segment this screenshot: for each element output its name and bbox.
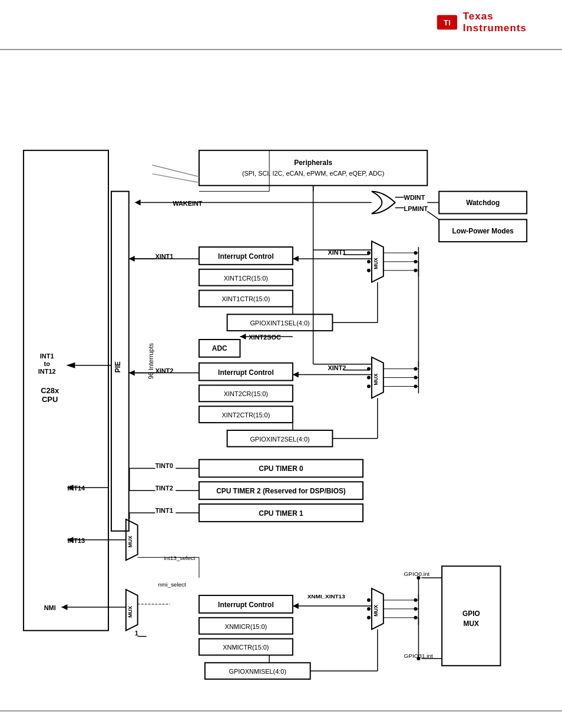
svg-point-22 [367,251,371,255]
svg-rect-4 [199,150,427,186]
xint1ctr-label: XINT1CTR(15:0) [222,295,270,302]
tint2-label: TINT2 [155,485,173,492]
mux1-label: MUX [373,258,379,269]
svg-point-24 [367,269,371,272]
svg-point-95 [367,616,371,620]
company-name: Texas Instruments [463,11,527,35]
pie-label: PIE [114,361,122,373]
svg-marker-119 [66,363,75,368]
wdint-label: WDINT [404,194,425,201]
gpio0-int-label: GPIO0.int [404,571,430,577]
ti-bug-icon: TI [436,11,458,33]
mux4-label: MUX [127,606,133,618]
int1-int12-end: INT12 [38,368,56,375]
svg-rect-3 [111,192,129,531]
cpu-timer1-label: CPU TIMER 1 [259,509,303,518]
cpu-timer0-label: CPU TIMER 0 [259,465,303,473]
lpmint-label: LPMINT [404,205,428,212]
svg-point-93 [367,598,371,602]
svg-marker-85 [62,604,68,610]
svg-rect-2 [24,150,108,631]
tint0-label: TINT0 [155,463,173,470]
int-control-2-label: Interrupt Control [218,368,274,377]
mux2-label: MUX [373,374,379,386]
footer [0,710,562,728]
svg-marker-8 [135,200,141,206]
svg-point-47 [367,376,371,380]
svg-marker-33 [293,256,299,262]
cpu-timer2-label: CPU TIMER 2 (Reserved for DSP/BIOS) [216,487,346,495]
diagram-area: C28x CPU PIE 96 Interrupts Peripherals (… [18,59,544,704]
watchdog-label: Watchdog [466,199,500,207]
mux3-label: MUX [127,536,133,548]
xint2soc-label: XINT2SOC [249,334,281,341]
xint1cr-label: XINT1CR(15:0) [224,275,268,282]
xnmicr-label: XNMICR(15:0) [225,623,267,630]
xint2-right-label: XINT2 [328,364,346,371]
xnmi-xint13-label: XNMI_XINT13 [308,593,345,599]
xint2cr-label: XINT2CR(15:0) [224,390,268,397]
gpio-mux-label1: GPIO [462,610,480,618]
xnmictr-label: XNMICTR(15:0) [223,644,269,651]
svg-point-94 [367,607,371,611]
96-interrupts-label: 96 Interrupts [147,343,154,380]
peripherals-label: Peripherals [294,159,332,167]
gpioxint2sel-label: GPIOXINT2SEL(4:0) [250,436,309,443]
peripherals-desc: (SPI, SCI, I2C, eCAN, ePWM, eCAP, eQEP, … [242,170,384,177]
wakeint-label: WAKEINT [173,200,203,207]
header: TI Texas Instruments [0,0,562,50]
gpio-mux-label2: MUX [464,620,480,628]
svg-text:TI: TI [444,18,451,27]
svg-marker-57 [293,372,299,378]
svg-point-48 [367,384,371,388]
int-control-nmi-label: Interrupt Control [218,601,274,609]
gpioxnmisel-label: GPIOXNMISEL(4:0) [229,668,286,675]
c28x-cpu-label2: CPU [42,395,58,404]
mux5-label: MUX [373,605,379,617]
int1-int12-label: INT1 [40,353,54,360]
company-line1: Texas [463,11,527,22]
architecture-diagram: C28x CPU PIE 96 Interrupts Peripherals (… [18,59,544,704]
c28x-cpu-label: C28x [41,386,59,395]
gpioxint1sel-label: GPIOXINT1SEL(4:0) [250,319,309,327]
svg-point-23 [367,260,371,263]
one-label: 1 [135,630,138,637]
company-line2: Instruments [463,22,527,34]
svg-marker-104 [293,603,299,609]
int-control-1-label: Interrupt Control [218,252,274,261]
svg-line-11 [427,211,439,219]
int1-int12-to: to [44,360,51,367]
tint1-label: TINT1 [155,507,173,514]
adc-label: ADC [212,344,227,353]
low-power-label: Low-Power Modes [452,227,514,235]
xint2ctr-label: XINT2CTR(15:0) [222,411,270,419]
svg-marker-59 [240,334,246,340]
nmi-label: NMI [44,604,56,611]
int13-select-label: int13_select [164,555,195,561]
ti-logo: TI Texas Instruments [436,11,527,35]
nmi-select-label: nmi_select [158,581,186,588]
